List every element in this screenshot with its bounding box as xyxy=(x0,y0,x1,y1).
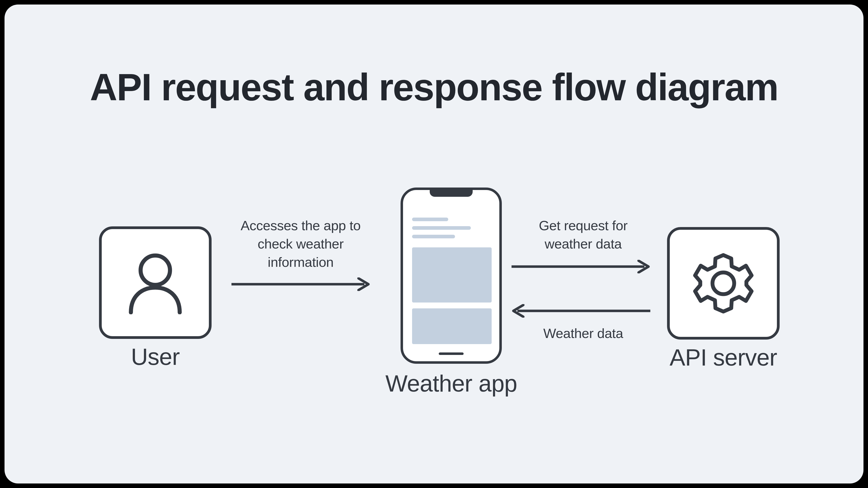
access-arrow-icon xyxy=(231,278,370,291)
svg-point-1 xyxy=(712,272,734,294)
user-icon xyxy=(126,251,185,314)
phone-placeholder-line xyxy=(412,235,455,238)
phone-home-indicator xyxy=(439,352,464,355)
svg-point-0 xyxy=(141,256,170,285)
response-arrow-label: Weather data xyxy=(518,324,649,343)
phone-placeholder-line xyxy=(412,226,471,230)
phone-notch xyxy=(430,190,473,197)
server-box xyxy=(667,227,780,339)
request-arrow-label: Get request for weather data xyxy=(518,217,649,253)
user-label: User xyxy=(131,344,180,370)
user-box xyxy=(99,226,212,339)
user-node: User xyxy=(99,226,212,370)
phone-placeholder-block xyxy=(412,248,492,302)
phone-placeholder-line xyxy=(412,218,448,221)
gear-icon xyxy=(692,252,755,315)
diagram-body: User Weather app API serv xyxy=(4,188,864,414)
api-server-node: API server xyxy=(667,227,780,371)
request-arrow-icon xyxy=(512,260,650,273)
phone-icon xyxy=(401,188,502,364)
api-server-label: API server xyxy=(670,344,777,371)
weather-app-label: Weather app xyxy=(385,370,517,397)
response-arrow-icon xyxy=(512,304,650,318)
weather-app-node: Weather app xyxy=(385,188,517,397)
diagram-canvas: API request and response flow diagram Us… xyxy=(4,4,864,484)
access-arrow-label: Accesses the app to check weather inform… xyxy=(228,217,373,271)
diagram-title: API request and response flow diagram xyxy=(90,66,778,109)
phone-placeholder-block xyxy=(412,308,492,344)
